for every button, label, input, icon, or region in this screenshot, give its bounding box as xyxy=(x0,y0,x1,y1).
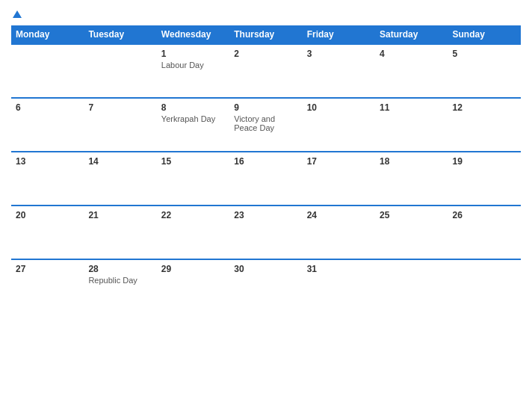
week-row-3: 13141516171819 xyxy=(11,152,521,206)
day-number: 31 xyxy=(307,264,371,274)
calendar-cell: 12 xyxy=(448,98,521,152)
calendar-header: MondayTuesdayWednesdayThursdayFridaySatu… xyxy=(11,25,521,44)
day-number: 24 xyxy=(307,210,371,220)
calendar-cell: 14 xyxy=(84,152,156,206)
day-number: 17 xyxy=(307,156,371,167)
calendar-cell: 26 xyxy=(448,206,521,259)
calendar-cell xyxy=(11,44,84,98)
calendar-cell: 7 xyxy=(84,98,156,152)
week-row-2: 678Yerkrapah Day9Victory and Peace Day10… xyxy=(11,98,521,152)
calendar-cell xyxy=(84,44,156,98)
calendar-cell: 5 xyxy=(448,44,521,98)
calendar-cell: 11 xyxy=(375,98,448,152)
day-number: 28 xyxy=(88,264,152,274)
day-number: 29 xyxy=(161,264,225,274)
calendar-cell: 27 xyxy=(11,259,84,313)
day-number: 13 xyxy=(16,156,79,167)
day-number: 1 xyxy=(161,49,225,59)
day-number: 8 xyxy=(161,102,225,113)
weekday-header-tuesday: Tuesday xyxy=(84,25,156,44)
day-number: 23 xyxy=(234,210,297,220)
day-number: 19 xyxy=(453,156,516,167)
calendar-cell: 31 xyxy=(303,259,375,313)
holiday-label: Victory and Peace Day xyxy=(234,114,297,132)
day-number: 20 xyxy=(16,210,79,220)
day-number: 16 xyxy=(234,156,297,167)
calendar-cell: 8Yerkrapah Day xyxy=(157,98,229,152)
week-row-5: 2728Republic Day293031 xyxy=(11,259,521,313)
calendar-cell: 23 xyxy=(229,206,302,259)
day-number: 2 xyxy=(234,49,297,59)
calendar-cell: 30 xyxy=(229,259,302,313)
holiday-label: Republic Day xyxy=(88,276,152,285)
calendar-cell: 19 xyxy=(448,152,521,206)
calendar-cell: 6 xyxy=(11,98,84,152)
calendar-cell: 1Labour Day xyxy=(157,44,229,98)
header xyxy=(11,7,521,19)
day-number: 4 xyxy=(380,49,443,59)
day-number: 7 xyxy=(88,102,152,113)
weekday-header-thursday: Thursday xyxy=(229,25,302,44)
day-number: 10 xyxy=(307,102,371,113)
calendar-cell: 16 xyxy=(229,152,302,206)
day-number: 6 xyxy=(16,102,79,113)
weekday-header-monday: Monday xyxy=(11,25,84,44)
logo-triangle-icon xyxy=(13,10,22,18)
day-number: 14 xyxy=(88,156,152,167)
calendar-cell xyxy=(375,259,448,313)
calendar-cell: 29 xyxy=(157,259,229,313)
day-number: 30 xyxy=(234,264,297,274)
weekday-header-sunday: Sunday xyxy=(448,25,521,44)
day-number: 3 xyxy=(307,49,371,59)
weekday-row: MondayTuesdayWednesdayThursdayFridaySatu… xyxy=(11,25,521,44)
holiday-label: Labour Day xyxy=(161,61,225,69)
logo-text xyxy=(11,7,22,19)
calendar-cell: 17 xyxy=(303,152,375,206)
calendar-cell: 9Victory and Peace Day xyxy=(229,98,302,152)
day-number: 22 xyxy=(161,210,225,220)
day-number: 12 xyxy=(453,102,516,113)
day-number: 18 xyxy=(380,156,443,167)
calendar-table: MondayTuesdayWednesdayThursdayFridaySatu… xyxy=(11,25,521,313)
calendar-cell: 4 xyxy=(375,44,448,98)
day-number: 21 xyxy=(88,210,152,220)
calendar-cell: 24 xyxy=(303,206,375,259)
week-row-4: 20212223242526 xyxy=(11,206,521,259)
day-number: 27 xyxy=(16,264,79,274)
weekday-header-wednesday: Wednesday xyxy=(157,25,229,44)
weekday-header-friday: Friday xyxy=(303,25,375,44)
calendar-cell: 21 xyxy=(84,206,156,259)
day-number: 26 xyxy=(453,210,516,220)
week-row-1: 1Labour Day2345 xyxy=(11,44,521,98)
calendar-cell: 22 xyxy=(157,206,229,259)
day-number: 5 xyxy=(453,49,516,59)
calendar-cell xyxy=(448,259,521,313)
calendar-page: MondayTuesdayWednesdayThursdayFridaySatu… xyxy=(0,0,532,411)
calendar-cell: 18 xyxy=(375,152,448,206)
calendar-cell: 10 xyxy=(303,98,375,152)
calendar-cell: 13 xyxy=(11,152,84,206)
calendar-cell: 20 xyxy=(11,206,84,259)
day-number: 25 xyxy=(380,210,443,220)
logo xyxy=(11,7,22,19)
day-number: 11 xyxy=(380,102,443,113)
day-number: 9 xyxy=(234,102,297,113)
calendar-cell: 25 xyxy=(375,206,448,259)
calendar-cell: 2 xyxy=(229,44,302,98)
weekday-header-saturday: Saturday xyxy=(375,25,448,44)
holiday-label: Yerkrapah Day xyxy=(161,114,225,123)
day-number: 15 xyxy=(161,156,225,167)
calendar-cell: 28Republic Day xyxy=(84,259,156,313)
calendar-body: 1Labour Day2345678Yerkrapah Day9Victory … xyxy=(11,44,521,313)
calendar-cell: 3 xyxy=(303,44,375,98)
calendar-cell: 15 xyxy=(157,152,229,206)
